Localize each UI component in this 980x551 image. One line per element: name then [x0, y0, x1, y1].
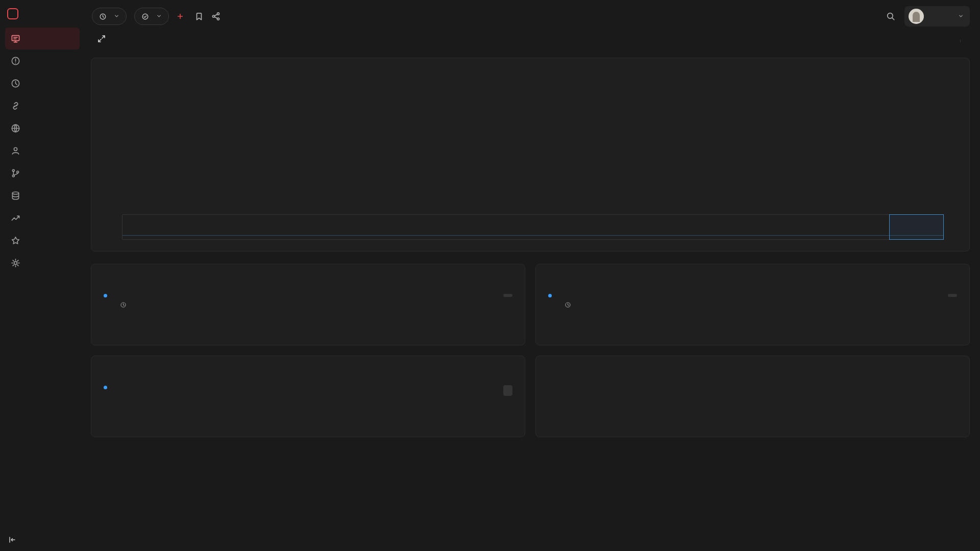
sidebar-item-dashboard[interactable] — [5, 28, 80, 49]
sidebar-item-browsers[interactable] — [5, 117, 80, 139]
gear-icon — [11, 258, 20, 268]
summary-cards — [91, 264, 970, 437]
link-icon — [11, 101, 20, 111]
trending-card — [535, 356, 970, 437]
chart-plot[interactable] — [122, 81, 944, 198]
legend-dot — [916, 69, 921, 74]
clock-icon — [120, 302, 127, 308]
highest-impact-card — [91, 264, 525, 345]
star-icon — [11, 236, 20, 245]
time-filter-dropdown[interactable] — [92, 8, 127, 25]
left-axis-ticks — [103, 81, 122, 198]
sidebar-item-errors[interactable] — [5, 50, 80, 72]
legend-dot — [950, 69, 955, 74]
trending-up-icon — [11, 213, 20, 223]
legend-errors-per-page-view[interactable] — [950, 69, 958, 74]
legend-dot — [933, 69, 938, 74]
right-axis-ticks — [944, 81, 958, 198]
content — [85, 33, 980, 551]
table-row — [104, 386, 512, 395]
sidebar-item-versions[interactable] — [5, 162, 80, 184]
plus-icon — [177, 13, 184, 20]
share-icon — [211, 12, 220, 21]
topbar-right — [886, 6, 970, 27]
sidebar-item-trends[interactable] — [5, 207, 80, 229]
page-head — [91, 35, 970, 47]
chart-brush[interactable] — [122, 214, 944, 240]
sidebar-item-users[interactable] — [5, 140, 80, 162]
branch-icon — [11, 168, 20, 178]
error-dot — [548, 294, 552, 297]
divider — [960, 40, 961, 42]
check-circle-icon — [141, 13, 149, 20]
account-menu[interactable] — [904, 6, 970, 27]
clock-icon — [11, 79, 20, 88]
avatar — [909, 9, 924, 24]
chart-area — [103, 81, 958, 244]
new-errors-card — [91, 356, 525, 437]
expand-icon — [97, 35, 106, 43]
users-impacted-badge — [503, 294, 512, 297]
error-dot — [104, 386, 107, 389]
sidebar-item-recent[interactable] — [5, 72, 80, 94]
chevron-down-icon — [958, 12, 964, 21]
main-column — [85, 0, 980, 551]
dashboard-icon — [11, 34, 20, 43]
count-badge — [948, 294, 957, 297]
legend-errors[interactable] — [916, 69, 924, 74]
search-icon — [886, 12, 895, 21]
brand-logo[interactable] — [5, 5, 80, 28]
brush-selection[interactable] — [889, 214, 944, 240]
chart-stats — [103, 67, 158, 71]
sidebar-item-saved[interactable] — [5, 230, 80, 252]
topbar — [85, 0, 980, 33]
page-meta — [951, 35, 970, 42]
collapse-left-icon — [8, 536, 16, 544]
table-row — [104, 294, 512, 308]
count-badge — [503, 385, 512, 396]
app-root — [0, 0, 980, 551]
timeseries-chart — [122, 81, 944, 198]
alert-circle-icon — [11, 56, 20, 66]
expand-button[interactable] — [97, 35, 106, 45]
brush-baseline — [122, 235, 943, 236]
bookmark-icon — [194, 12, 204, 21]
sidebar-nav — [5, 28, 80, 274]
table-row — [548, 294, 957, 308]
clock-icon — [99, 13, 107, 20]
status-filter-dropdown[interactable] — [134, 8, 169, 25]
legend-total-page-views[interactable] — [933, 69, 941, 74]
chart-legend — [916, 67, 958, 74]
bookmark-button[interactable] — [194, 12, 204, 21]
clock-icon — [565, 302, 571, 308]
globe-icon — [11, 123, 20, 133]
top-errors-card — [535, 264, 970, 345]
sidebar-item-settings[interactable] — [5, 252, 80, 274]
share-button[interactable] — [211, 12, 220, 21]
chevron-down-icon — [114, 12, 119, 20]
x-axis-ticks — [122, 198, 944, 211]
add-filter-button[interactable] — [177, 13, 187, 20]
database-icon — [11, 191, 20, 201]
user-icon — [11, 146, 20, 156]
sidebar-item-metadata[interactable] — [5, 185, 80, 207]
hide-sidebar-button[interactable] — [8, 536, 21, 544]
first-seen-value — [406, 386, 483, 387]
sidebar-item-urls[interactable] — [5, 95, 80, 117]
sidebar — [0, 0, 85, 551]
chart-panel — [91, 58, 970, 252]
search-button[interactable] — [886, 12, 895, 21]
error-dot — [104, 294, 107, 297]
trackjs-logo-icon — [7, 8, 18, 19]
chevron-down-icon — [156, 12, 162, 20]
